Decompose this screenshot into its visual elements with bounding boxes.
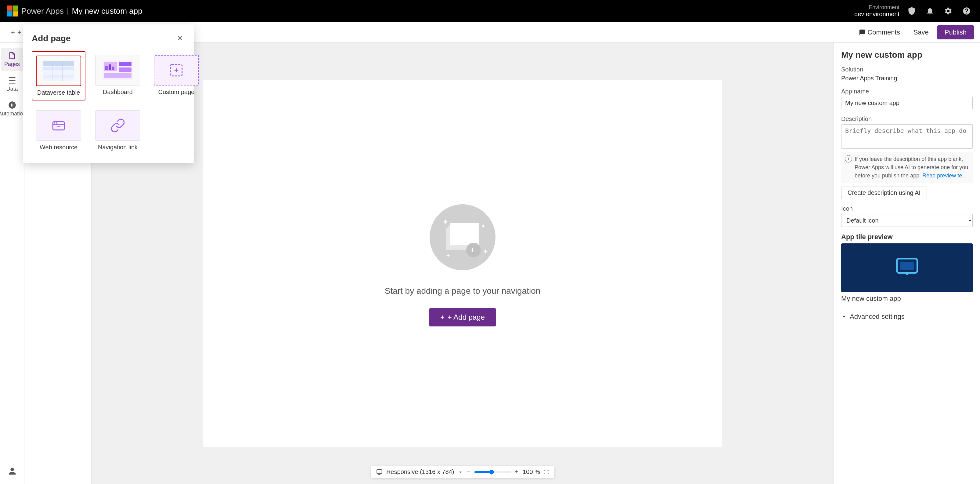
dataverse-table-icon: [42, 59, 75, 83]
web-option-label: Web resource: [40, 144, 78, 151]
svg-rect-31: [112, 67, 115, 70]
dashboard-icon: [101, 59, 135, 82]
navlink-option-icon: [95, 110, 140, 141]
modal-option-dashboard[interactable]: Dashboard: [92, 51, 144, 101]
svg-rect-26: [119, 62, 132, 66]
svg-rect-27: [119, 67, 132, 72]
modal-option-dataverse[interactable]: Dataverse table: [32, 51, 86, 101]
modal-option-navlink[interactable]: Navigation link: [92, 107, 144, 155]
svg-rect-18: [43, 61, 74, 66]
svg-rect-28: [104, 73, 132, 78]
modal-option-web[interactable]: Web resource: [32, 107, 86, 155]
custom-page-icon: [169, 62, 184, 78]
nav-link-icon: [110, 118, 126, 133]
svg-rect-29: [105, 65, 108, 70]
svg-point-34: [54, 123, 55, 124]
modal-options-grid: Dataverse table: [32, 51, 186, 155]
svg-rect-20: [43, 71, 74, 74]
svg-rect-19: [43, 67, 74, 70]
modal-title: Add page: [32, 34, 71, 43]
add-page-modal: Add page ✕ Dataverse table: [23, 24, 194, 163]
navlink-option-label: Navigation link: [98, 144, 138, 151]
modal-header: Add page ✕: [32, 33, 186, 44]
custom-option-icon: [154, 55, 199, 86]
svg-point-35: [56, 123, 57, 124]
web-resource-icon: [51, 118, 66, 133]
web-option-icon: [36, 110, 81, 141]
dataverse-option-label: Dataverse table: [37, 89, 80, 96]
dashboard-option-label: Dashboard: [103, 89, 133, 96]
svg-rect-30: [109, 64, 111, 70]
custom-option-label: Custom page: [158, 89, 195, 96]
dataverse-option-icon: [36, 56, 81, 86]
svg-rect-21: [43, 75, 74, 78]
modal-overlay: Add page ✕ Dataverse table: [0, 0, 980, 484]
modal-option-custom[interactable]: Custom page: [150, 51, 203, 101]
modal-close-button[interactable]: ✕: [175, 33, 186, 44]
dashboard-option-icon: [95, 55, 140, 86]
